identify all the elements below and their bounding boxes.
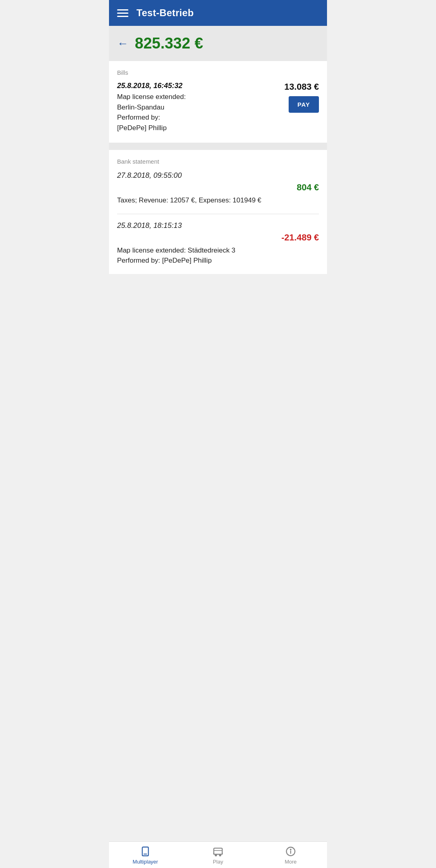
nav-item-more[interactable]: More xyxy=(254,842,327,868)
app-header: Test-Betrieb xyxy=(109,0,327,26)
bill-description: Map license extended: Berlin-Spandau Per… xyxy=(117,92,186,133)
bill-date: 25.8.2018, 16:45:32 xyxy=(117,82,186,90)
bank-entry-2: 25.8.2018, 18:15:13 -21.489 € Map licens… xyxy=(117,214,319,274)
svg-point-5 xyxy=(219,854,221,856)
bank-entry-1: 27.8.2018, 09:55:00 804 € Taxes; Revenue… xyxy=(117,171,319,214)
nav-item-multiplayer[interactable]: Multiplayer xyxy=(109,842,182,868)
bank-entry-1-amount: 804 € xyxy=(117,182,319,193)
bills-label: Bills xyxy=(117,69,319,76)
bank-entry-2-desc: Map license extended: Städtedreieck 3Per… xyxy=(117,245,319,266)
bank-statement-label: Bank statement xyxy=(117,158,319,165)
info-icon xyxy=(285,846,296,857)
bank-entry-1-date: 27.8.2018, 09:55:00 xyxy=(117,171,319,180)
bank-entry-1-desc: Taxes; Revenue: 12057 €, Expenses: 10194… xyxy=(117,195,319,206)
section-divider xyxy=(109,143,327,150)
menu-icon[interactable] xyxy=(117,9,128,17)
phone-icon xyxy=(140,846,151,857)
bill-info: 25.8.2018, 16:45:32 Map license extended… xyxy=(117,82,186,133)
app-title: Test-Betrieb xyxy=(136,7,194,19)
bill-right: 13.083 € PAY xyxy=(284,82,319,113)
bus-icon xyxy=(212,846,224,857)
pay-button[interactable]: PAY xyxy=(289,96,319,113)
svg-point-4 xyxy=(215,854,217,856)
balance-bar: ← 825.332 € xyxy=(109,26,327,61)
nav-multiplayer-label: Multiplayer xyxy=(133,859,158,865)
nav-item-play[interactable]: Play xyxy=(182,842,254,868)
bank-entry-2-date: 25.8.2018, 18:15:13 xyxy=(117,221,319,230)
svg-point-11 xyxy=(290,849,291,850)
nav-more-label: More xyxy=(285,859,297,865)
bill-amount: 13.083 € xyxy=(284,82,319,92)
svg-rect-2 xyxy=(214,848,222,854)
bill-item: 25.8.2018, 16:45:32 Map license extended… xyxy=(117,82,319,133)
nav-play-label: Play xyxy=(213,859,223,865)
bottom-nav: Multiplayer Play More xyxy=(109,841,327,868)
bills-section: Bills 25.8.2018, 16:45:32 Map license ex… xyxy=(109,61,327,143)
bank-statement-section: Bank statement 27.8.2018, 09:55:00 804 €… xyxy=(109,150,327,274)
bank-entry-2-amount: -21.489 € xyxy=(117,232,319,243)
balance-amount: 825.332 € xyxy=(135,35,203,52)
back-button[interactable]: ← xyxy=(117,38,128,49)
